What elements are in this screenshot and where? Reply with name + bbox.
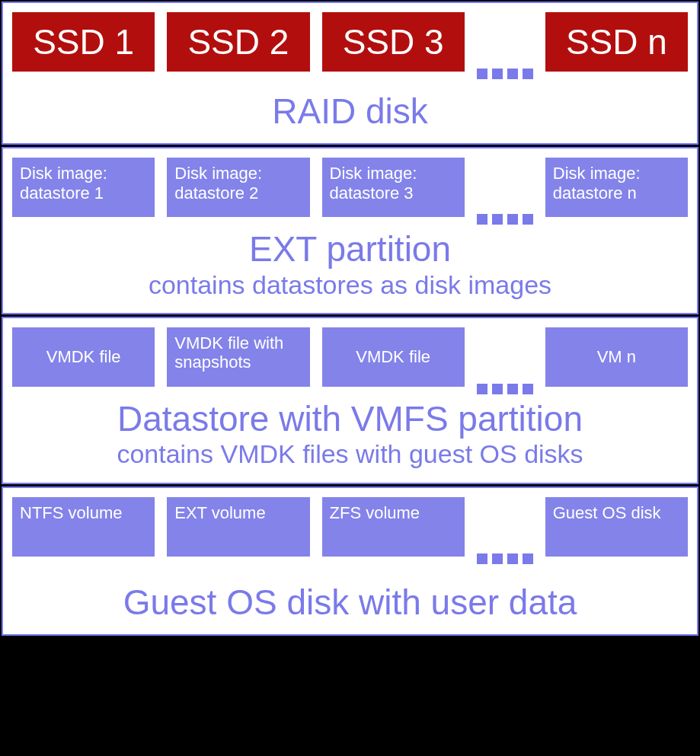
vmdk-row: VMDK file VMDK file with snapshots VMDK … (12, 327, 688, 387)
ellipsis-icon (477, 384, 533, 394)
diagram-container: SSD 1 SSD 2 SSD 3 SSD n RAID disk Disk i… (2, 2, 698, 754)
disk-image-item: Disk image: datastore 1 (12, 158, 155, 217)
volume-item: EXT volume (167, 497, 309, 557)
ellipsis-slot (477, 497, 533, 557)
layer-vmfs: VMDK file VMDK file with snapshots VMDK … (2, 317, 698, 484)
vmdk-item: VMDK file (322, 327, 465, 387)
disk-image-item: Disk image: datastore n (545, 158, 688, 217)
ssd-item: SSD 2 (167, 12, 309, 72)
ellipsis-icon (477, 214, 533, 225)
layer-title: Datastore with VMFS partition (12, 400, 688, 437)
disk-image-item: Disk image: datastore 3 (322, 158, 465, 217)
ellipsis-slot (477, 12, 533, 72)
volume-item: ZFS volume (322, 497, 465, 557)
ellipsis-icon (477, 69, 533, 79)
ellipsis-slot (477, 158, 533, 217)
layer-raid: SSD 1 SSD 2 SSD 3 SSD n RAID disk (2, 2, 698, 145)
ssd-item: SSD 1 (12, 12, 155, 72)
volume-row: NTFS volume EXT volume ZFS volume Guest … (12, 497, 688, 557)
vmdk-item: VM n (545, 327, 688, 387)
ssd-item: SSD n (545, 12, 688, 72)
volume-item: Guest OS disk (545, 497, 688, 557)
layer-subtitle: contains datastores as disk images (12, 271, 688, 299)
layer-ext-partition: Disk image: datastore 1 Disk image: data… (2, 147, 698, 314)
vmdk-item: VMDK file (12, 327, 155, 387)
layer-guest-os: NTFS volume EXT volume ZFS volume Guest … (2, 486, 698, 636)
ellipsis-slot (477, 327, 533, 387)
ellipsis-icon (477, 553, 533, 564)
ssd-item: SSD 3 (322, 12, 465, 72)
volume-item: NTFS volume (12, 497, 155, 557)
ssd-row: SSD 1 SSD 2 SSD 3 SSD n (12, 12, 688, 72)
layer-title: Guest OS disk with user data (12, 584, 688, 620)
layer-title: EXT partition (12, 231, 688, 267)
vmdk-item: VMDK file with snapshots (167, 327, 309, 387)
datastore-row: Disk image: datastore 1 Disk image: data… (12, 158, 688, 217)
layer-subtitle: contains VMDK files with guest OS disks (12, 440, 688, 468)
layer-title: RAID disk (12, 93, 688, 129)
disk-image-item: Disk image: datastore 2 (167, 158, 309, 217)
